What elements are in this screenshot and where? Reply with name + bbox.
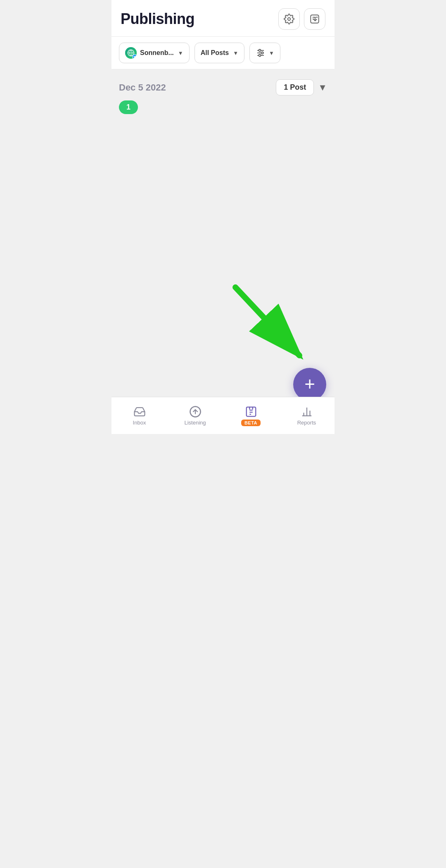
bottom-nav: Inbox Listening BETA Reports xyxy=(112,397,334,434)
svg-point-2 xyxy=(316,17,318,18)
navigate-icon xyxy=(309,14,320,24)
twitter-badge xyxy=(132,54,137,59)
post-count-area: 1 Post ▼ xyxy=(276,79,327,95)
green-arrow xyxy=(223,279,314,370)
svg-point-9 xyxy=(259,55,261,57)
settings-button[interactable] xyxy=(278,8,300,30)
filter-options-button[interactable]: ▼ xyxy=(249,43,280,63)
svg-rect-15 xyxy=(246,407,256,416)
svg-point-0 xyxy=(288,18,291,21)
svg-line-11 xyxy=(235,287,299,355)
gear-icon xyxy=(284,14,294,24)
add-post-fab[interactable]: + xyxy=(293,368,326,401)
post-type-chevron-icon: ▼ xyxy=(233,50,238,56)
publishing-icon xyxy=(245,405,257,418)
nav-listening[interactable]: Listening xyxy=(167,397,223,431)
inbox-label: Inbox xyxy=(133,420,146,426)
nav-reports[interactable]: Reports xyxy=(279,397,334,431)
post-type-filter[interactable]: All Posts ▼ xyxy=(195,43,244,63)
beta-badge: BETA xyxy=(241,420,261,426)
account-chevron-icon: ▼ xyxy=(178,50,183,56)
page-title: Publishing xyxy=(121,10,195,28)
main-content: Dec 5 2022 1 Post ▼ 1 xyxy=(112,69,334,131)
reports-label: Reports xyxy=(297,420,316,426)
account-name: Sonnenb... xyxy=(140,49,174,57)
post-type-label: All Posts xyxy=(201,49,229,57)
filter-options-chevron-icon: ▼ xyxy=(269,50,274,56)
sliders-icon xyxy=(256,48,266,58)
header-actions xyxy=(278,8,325,30)
svg-point-7 xyxy=(259,50,261,52)
account-avatar xyxy=(125,47,137,59)
svg-rect-1 xyxy=(311,15,319,23)
reports-icon xyxy=(301,405,313,418)
post-number-badge: 1 xyxy=(119,100,138,114)
account-filter[interactable]: Sonnenb... ▼ xyxy=(119,43,190,63)
listening-icon xyxy=(189,405,202,418)
fab-plus-icon: + xyxy=(304,375,315,393)
inbox-icon xyxy=(133,405,146,418)
post-count-badge: 1 Post xyxy=(276,79,314,95)
header: Publishing xyxy=(112,0,334,37)
date-row: Dec 5 2022 1 Post ▼ xyxy=(119,79,327,95)
date-label: Dec 5 2022 xyxy=(119,82,166,93)
nav-publishing[interactable]: BETA xyxy=(223,397,279,431)
nav-inbox[interactable]: Inbox xyxy=(112,397,167,431)
date-section: Dec 5 2022 1 Post ▼ 1 xyxy=(119,79,327,114)
post-count-chevron-icon[interactable]: ▼ xyxy=(318,82,327,93)
twitter-icon xyxy=(133,55,137,59)
navigate-button[interactable] xyxy=(304,8,325,30)
svg-point-8 xyxy=(261,52,263,54)
filter-bar: Sonnenb... ▼ All Posts ▼ ▼ xyxy=(112,37,334,69)
listening-label: Listening xyxy=(184,420,206,426)
